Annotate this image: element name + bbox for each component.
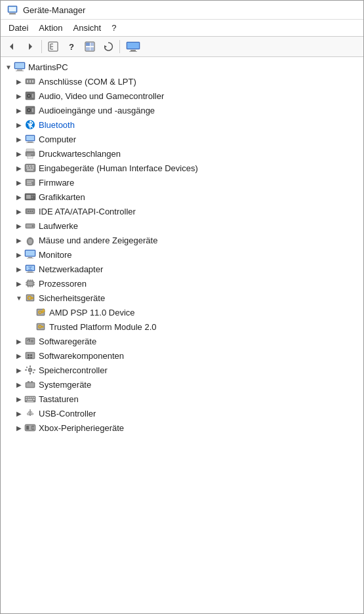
list-item-ports[interactable]: ▶ Anschlüsse (COM & LPT) — [1, 74, 363, 89]
list-item-tpm[interactable]: Trusted Platform Module 2.0 — [1, 319, 363, 334]
computer-expander[interactable]: ▶ — [14, 134, 24, 144]
usb-expander[interactable]: ▶ — [14, 408, 24, 419]
svg-rect-3 — [9, 7, 16, 11]
svg-rect-45 — [27, 154, 33, 154]
xbox-icon — [24, 422, 36, 434]
hid-icon — [24, 162, 36, 174]
list-item-softcomp[interactable]: ▶ Softwarekomponenten — [1, 348, 363, 363]
list-item-printer[interactable]: ▶ Druckwarteschlangen — [1, 146, 363, 161]
list-item-firmware[interactable]: ▶ Firmware — [1, 175, 363, 190]
svg-rect-59 — [27, 184, 32, 185]
refresh-button[interactable] — [100, 39, 117, 54]
svg-rect-40 — [26, 136, 34, 140]
svg-rect-64 — [33, 195, 35, 196]
list-item-mouse[interactable]: ▶ Mäuse und andere Zeigegeräte — [1, 233, 363, 247]
list-item-sysdev[interactable]: ▶ Systemgeräte — [1, 377, 363, 392]
gpu-expander[interactable]: ▶ — [14, 192, 24, 202]
svg-point-131 — [30, 369, 31, 371]
xbox-label: Xbox-Peripheriegeräte — [39, 423, 124, 433]
storage-expander[interactable]: ▶ — [14, 365, 24, 375]
softdev-expander[interactable]: ▶ — [14, 336, 24, 346]
softcomp-expander[interactable]: ▶ — [14, 350, 24, 361]
list-item-xbox[interactable]: ▶ Xbox-Peripheriegeräte — [1, 420, 363, 435]
drives-expander[interactable]: ▶ — [14, 220, 24, 231]
menu-datei[interactable]: Datei — [3, 21, 33, 35]
list-item-ide[interactable]: ▶ IDE ATA/ATAPI-Controller — [1, 204, 363, 218]
firmware-expander[interactable]: ▶ — [14, 177, 24, 188]
ide-label: IDE ATA/ATAPI-Controller — [39, 207, 136, 216]
bluetooth-expander[interactable]: ▶ — [14, 119, 24, 130]
ide-expander[interactable]: ▶ — [14, 206, 24, 216]
display-button[interactable] — [123, 39, 144, 54]
app-icon — [7, 5, 18, 15]
svg-rect-151 — [27, 401, 33, 402]
root-expander[interactable]: ▼ — [3, 62, 14, 72]
back-button[interactable] — [3, 39, 20, 54]
printer-expander[interactable]: ▶ — [14, 148, 24, 159]
svg-rect-67 — [28, 211, 29, 212]
menu-aktion[interactable]: Aktion — [33, 21, 68, 35]
list-item-amd-psp[interactable]: ! AMD PSP 11.0 Device — [1, 305, 363, 319]
tree-view-button[interactable] — [45, 39, 62, 54]
svg-marker-5 — [29, 43, 32, 50]
help-button[interactable]: ? — [63, 39, 80, 54]
list-item-drives[interactable]: ▶ Laufwerke — [1, 218, 363, 233]
mouse-expander[interactable]: ▶ — [14, 235, 24, 245]
mouse-icon — [24, 234, 36, 246]
menu-help[interactable]: ? — [106, 21, 121, 35]
list-item-monitor[interactable]: ▶ Monitore — [1, 247, 363, 262]
sysdev-label: Systemgeräte — [39, 380, 91, 390]
audio-expander[interactable]: ▶ — [14, 91, 24, 101]
list-item-network[interactable]: ▶ Netzwerkadapter — [1, 262, 363, 276]
svg-point-35 — [28, 110, 30, 112]
cpu-expander[interactable]: ▶ — [14, 278, 24, 289]
amd-psp-icon: ! — [35, 306, 47, 318]
list-item-bluetooth[interactable]: ▶ ℮ Bluetooth — [1, 117, 363, 132]
list-item-audioin[interactable]: ▶ Audioeingänge und -ausgänge — [1, 103, 363, 117]
list-item-security[interactable]: ▼ Sicherheitsgeräte — [1, 291, 363, 305]
svg-rect-146 — [31, 397, 33, 398]
bluetooth-label: Bluetooth — [39, 120, 75, 130]
forward-button[interactable] — [22, 39, 39, 54]
svg-rect-136 — [26, 367, 28, 369]
menu-ansicht[interactable]: Ansicht — [68, 21, 107, 35]
monitor-expander[interactable]: ▶ — [14, 249, 24, 260]
usb-icon — [24, 407, 36, 419]
list-item-softdev[interactable]: ▶ Softwaregeräte — [1, 334, 363, 348]
list-item-keyboard[interactable]: ▶ Tastaturen — [1, 392, 363, 406]
bluetooth-icon: ℮ — [24, 119, 36, 131]
list-view-button[interactable] — [81, 39, 98, 54]
list-item-computer[interactable]: ▶ Computer — [1, 132, 363, 146]
svg-rect-134 — [25, 369, 27, 371]
toolbar-sep-2 — [119, 40, 120, 53]
svg-rect-132 — [30, 365, 31, 367]
svg-rect-63 — [31, 197, 33, 198]
list-item-gpu[interactable]: ▶ Grafikkarten — [1, 190, 363, 204]
ports-expander[interactable]: ▶ — [14, 76, 24, 87]
root-label: MartinsPC — [28, 62, 68, 72]
hid-expander[interactable]: ▶ — [14, 163, 24, 173]
network-icon — [24, 263, 36, 275]
sysdev-expander[interactable]: ▶ — [14, 379, 24, 390]
svg-rect-69 — [31, 211, 33, 212]
svg-rect-13 — [91, 43, 94, 46]
network-expander[interactable]: ▶ — [14, 264, 24, 274]
keyboard-expander[interactable]: ▶ — [14, 394, 24, 404]
audioin-expander[interactable]: ▶ — [14, 105, 24, 115]
security-expander[interactable]: ▼ — [14, 293, 24, 303]
svg-rect-159 — [26, 426, 29, 430]
svg-rect-143 — [26, 397, 27, 398]
list-item-cpu[interactable]: ▶ Prozessoren — [1, 276, 363, 291]
list-item-audio[interactable]: ▶ Audio, Video und Gamecontroller — [1, 89, 363, 103]
tree-root[interactable]: ▼ MartinsPC — [1, 60, 363, 74]
list-item-usb[interactable]: ▶ USB-Controller — [1, 406, 363, 420]
audio-icon — [24, 90, 36, 102]
svg-rect-148 — [26, 399, 27, 400]
svg-point-31 — [28, 95, 30, 97]
list-item-storage[interactable]: ▶ Speichercontroller — [1, 363, 363, 377]
list-item-hid[interactable]: ▶ Eingabegeräte (Human Interface Devices… — [1, 161, 363, 175]
svg-rect-14 — [86, 47, 90, 51]
svg-rect-47 — [28, 156, 33, 159]
xbox-expander[interactable]: ▶ — [14, 422, 24, 433]
svg-rect-18 — [127, 43, 139, 49]
